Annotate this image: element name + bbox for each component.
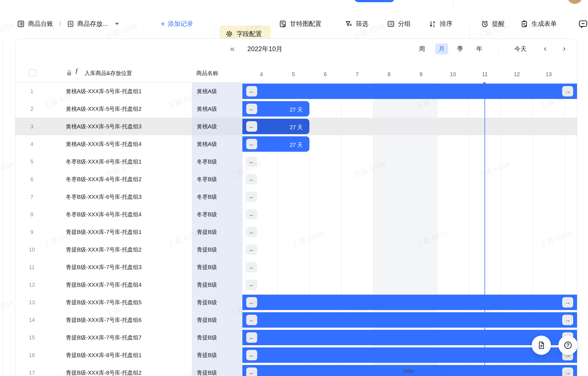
row-product-cell[interactable]: 黄桃A级 xyxy=(192,100,242,118)
add-record-button[interactable]: + 添加记录 xyxy=(161,9,193,38)
today-button[interactable]: 今天 xyxy=(511,43,530,54)
row-product-cell[interactable]: 黄桃A级 xyxy=(192,135,242,153)
scale-option-年[interactable]: 年 xyxy=(474,43,485,54)
scroll-to-bar-start-button[interactable]: ← xyxy=(246,350,257,360)
table-row[interactable]: 6冬枣B级-XXX库-6号库-托盘组2冬枣B级← xyxy=(15,170,577,188)
row-name-cell[interactable]: 冬枣B级-XXX库-6号库-托盘组1 xyxy=(66,153,142,170)
row-name-cell[interactable]: 青提B级-XXX库-7号库-托盘组7 xyxy=(66,329,142,346)
select-all-checkbox[interactable] xyxy=(29,69,36,76)
comment-button[interactable] xyxy=(578,9,588,38)
primary-field-header[interactable]: 入库商品&存放位置 xyxy=(85,67,132,79)
scale-option-月[interactable]: 月 xyxy=(435,43,448,54)
row-product-cell[interactable]: 冬枣B级 xyxy=(192,188,242,206)
gantt-bar[interactable] xyxy=(242,312,577,328)
row-product-cell[interactable]: 青提B级 xyxy=(192,241,242,258)
row-product-cell[interactable]: 冬枣B级 xyxy=(192,206,242,223)
scroll-to-bar-end-button[interactable]: → xyxy=(562,86,573,96)
scroll-to-bar-start-button[interactable]: ← xyxy=(246,104,257,114)
scroll-to-bar-start-button[interactable]: ← xyxy=(246,280,257,290)
row-name-cell[interactable]: 青提B级-XXX库-7号库-托盘组2 xyxy=(66,241,142,258)
table-row[interactable]: 13青提B级-XXX库-7号库-托盘组5青提B级←→ xyxy=(15,294,577,311)
row-name-cell[interactable]: 青提B级-XXX库-7号库-托盘组3 xyxy=(66,258,142,276)
scroll-to-bar-start-button[interactable]: ← xyxy=(246,209,257,220)
table-row[interactable]: 16青提B级-XXX库-8号库-托盘组1青提B级←→ xyxy=(15,346,577,364)
user-avatar[interactable] xyxy=(567,0,583,4)
view-tab-label[interactable]: 商品存放... xyxy=(77,20,108,28)
scroll-to-bar-start-button[interactable]: ← xyxy=(246,139,257,149)
row-product-cell[interactable]: 青提B级 xyxy=(192,311,242,329)
scroll-to-bar-start-button[interactable]: ← xyxy=(246,262,257,272)
table-row[interactable]: 9青提B级-XXX库-7号库-托盘组1青提B级← xyxy=(15,223,577,241)
scroll-to-bar-start-button[interactable]: ← xyxy=(246,367,257,376)
generate-form-button[interactable]: 生成表单 xyxy=(520,9,557,38)
group-button[interactable]: 分组 xyxy=(387,9,411,38)
row-name-cell[interactable]: 冬枣B级-XXX库-6号库-托盘组3 xyxy=(66,188,142,206)
table-row[interactable]: 3黄桃A级-XXX库-5号库-托盘组3黄桃A级27 天← xyxy=(15,118,577,135)
row-name-cell[interactable]: 青提B级-XXX库-7号库-托盘组5 xyxy=(66,294,142,311)
scroll-to-bar-start-button[interactable]: ← xyxy=(246,156,257,167)
table-row[interactable]: 4黄桃A级-XXX库-5号库-托盘组4黄桃A级27 天← xyxy=(15,135,577,153)
row-name-cell[interactable]: 青提B级-XXX库-7号库-托盘组6 xyxy=(66,311,142,329)
row-product-cell[interactable]: 青提B级 xyxy=(192,329,242,346)
record-detail-float-button[interactable] xyxy=(532,336,551,355)
prev-period-icon[interactable]: ‹ xyxy=(540,43,550,54)
row-name-cell[interactable]: 青提B级-XXX库-8号库-托盘组1 xyxy=(66,346,142,364)
gantt-bar[interactable] xyxy=(242,295,577,310)
row-product-cell[interactable]: 青提B级 xyxy=(192,223,242,241)
gantt-bar[interactable] xyxy=(242,347,577,363)
filter-button[interactable]: 筛选 xyxy=(345,9,368,38)
row-product-cell[interactable]: 青提B级 xyxy=(192,294,242,311)
remind-button[interactable]: 提醒 xyxy=(481,9,505,38)
scroll-to-bar-start-button[interactable]: ← xyxy=(246,192,257,202)
collapse-sidebar-icon[interactable]: « xyxy=(227,43,238,55)
table-row[interactable]: 1黄桃A级-XXX库-5号库-托盘组1黄桃A级←→ xyxy=(15,82,577,100)
gantt-config-button[interactable]: 甘特图配置 xyxy=(279,9,321,38)
chevron-down-icon[interactable] xyxy=(115,23,119,25)
row-name-cell[interactable]: 黄桃A级-XXX库-5号库-托盘组1 xyxy=(66,82,142,100)
table-tab-label[interactable]: 商品台账 xyxy=(28,20,53,28)
scroll-to-bar-start-button[interactable]: ← xyxy=(246,121,257,132)
row-name-cell[interactable]: 冬枣B级-XXX库-6号库-托盘组4 xyxy=(66,206,142,223)
table-row[interactable]: 15青提B级-XXX库-7号库-托盘组7青提B级←→ xyxy=(15,329,577,346)
row-name-cell[interactable]: 黄桃A级-XXX库-5号库-托盘组2 xyxy=(66,100,142,118)
product-field-header[interactable]: 商品名称 xyxy=(196,67,218,79)
scroll-to-bar-start-button[interactable]: ← xyxy=(246,244,257,255)
scroll-to-bar-end-button[interactable]: → xyxy=(562,367,573,376)
row-product-cell[interactable]: 冬枣B级 xyxy=(192,153,242,170)
row-name-cell[interactable]: 黄桃A级-XXX库-5号库-托盘组3 xyxy=(66,118,142,135)
gantt-bar[interactable] xyxy=(242,330,577,345)
scroll-to-bar-start-button[interactable]: ← xyxy=(246,86,257,96)
top-primary-button-partial[interactable] xyxy=(354,0,395,2)
row-name-cell[interactable]: 黄桃A级-XXX库-5号库-托盘组4 xyxy=(66,135,142,153)
gantt-bar[interactable] xyxy=(242,84,577,99)
row-name-cell[interactable]: 冬枣B级-XXX库-6号库-托盘组2 xyxy=(66,170,142,188)
row-product-cell[interactable]: 青提B级 xyxy=(192,364,242,376)
row-name-cell[interactable]: 青提B级-XXX库-7号库-托盘组1 xyxy=(66,223,142,241)
horizontal-scrollbar-thumb[interactable] xyxy=(403,369,414,373)
next-period-icon[interactable]: › xyxy=(559,43,569,54)
table-row[interactable]: 17青提B级-XXX库-8号库-托盘组2青提B级←→ xyxy=(15,364,577,376)
row-product-cell[interactable]: 黄桃A级 xyxy=(192,118,242,135)
table-row[interactable]: 8冬枣B级-XXX库-6号库-托盘组4冬枣B级← xyxy=(15,206,577,223)
scale-option-季[interactable]: 季 xyxy=(455,43,466,54)
row-product-cell[interactable]: 冬枣B级 xyxy=(192,170,242,188)
scroll-to-bar-start-button[interactable]: ← xyxy=(246,315,257,325)
row-product-cell[interactable]: 青提B级 xyxy=(192,276,242,294)
scale-option-周[interactable]: 周 xyxy=(416,43,427,54)
scroll-to-bar-end-button[interactable]: → xyxy=(562,315,573,325)
row-name-cell[interactable]: 青提B级-XXX库-8号库-托盘组2 xyxy=(66,364,142,376)
table-row[interactable]: 10青提B级-XXX库-7号库-托盘组2青提B级← xyxy=(15,241,577,258)
help-float-button[interactable]: ? xyxy=(558,336,578,355)
scroll-to-bar-start-button[interactable]: ← xyxy=(246,174,257,184)
table-row[interactable]: 14青提B级-XXX库-7号库-托盘组6青提B级←→ xyxy=(15,311,577,329)
scroll-to-bar-start-button[interactable]: ← xyxy=(246,332,257,343)
row-name-cell[interactable]: 青提B级-XXX库-7号库-托盘组4 xyxy=(66,276,142,294)
scroll-to-bar-start-button[interactable]: ← xyxy=(246,297,257,308)
row-product-cell[interactable]: 黄桃A级 xyxy=(192,82,242,100)
scroll-to-bar-start-button[interactable]: ← xyxy=(246,227,257,237)
table-row[interactable]: 2黄桃A级-XXX库-5号库-托盘组2黄桃A级27 天← xyxy=(15,100,577,118)
table-row[interactable]: 11青提B级-XXX库-7号库-托盘组3青提B级← xyxy=(15,258,577,276)
scroll-to-bar-end-button[interactable]: → xyxy=(562,297,573,308)
row-product-cell[interactable]: 青提B级 xyxy=(192,346,242,364)
sort-button[interactable]: A Z 排序 xyxy=(429,9,452,38)
